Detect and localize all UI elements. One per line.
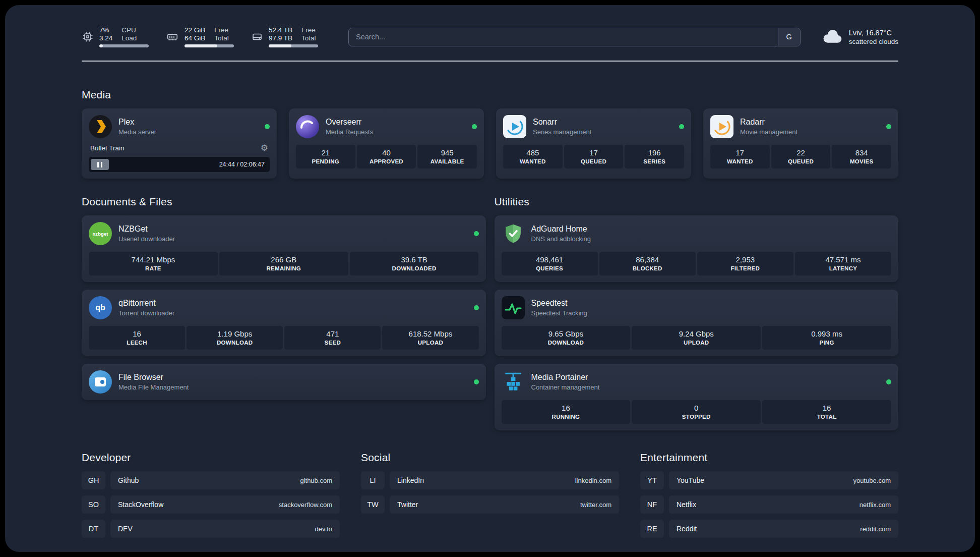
- bookmark-link[interactable]: Netflix netflix.com: [669, 495, 898, 514]
- app-name: qBittorrent: [118, 299, 174, 308]
- section-documents-files: Documents & Files nzbget NZBGet Usenet d…: [82, 196, 486, 400]
- bookmark-abbr[interactable]: DT: [82, 520, 105, 538]
- app-card-portainer[interactable]: Media Portainer Container management 16R…: [495, 364, 899, 430]
- bookmark-link[interactable]: LinkedIn linkedin.com: [390, 471, 619, 489]
- stat: 196SERIES: [625, 145, 684, 169]
- bookmark-abbr[interactable]: LI: [361, 471, 385, 489]
- bookmark-abbr[interactable]: SO: [82, 495, 105, 514]
- cpu-load-value: 3.24: [99, 34, 112, 42]
- status-dot: [679, 124, 684, 129]
- app-subtitle: Media server: [118, 128, 156, 136]
- stat: 17QUEUED: [564, 145, 624, 169]
- stat: 16RUNNING: [502, 400, 631, 424]
- pause-button[interactable]: [91, 159, 109, 170]
- stat: 16TOTAL: [762, 400, 891, 424]
- stat: 39.6 TBDOWNLOADED: [350, 252, 479, 275]
- stat: 945AVAILABLE: [417, 145, 477, 169]
- portainer-icon: [502, 370, 525, 394]
- cpu-usage-bar: [99, 44, 149, 47]
- status-dot: [474, 305, 479, 310]
- app-subtitle: Usenet downloader: [118, 235, 175, 243]
- stat: 266 GBREMAINING: [219, 252, 348, 275]
- stat: 9.24 GbpsUPLOAD: [632, 326, 761, 350]
- ram-icon: [166, 31, 179, 43]
- stat: 485WANTED: [503, 145, 563, 169]
- app-card-overseerr[interactable]: Overseerr Media Requests 21PENDING 40APP…: [289, 108, 484, 179]
- app-card-filebrowser[interactable]: File Browser Media File Management: [82, 364, 486, 400]
- weather-condition: scattered clouds: [849, 38, 898, 45]
- disk-label-1: Free: [301, 26, 316, 34]
- stat: 21PENDING: [296, 145, 355, 169]
- nzbget-icon: nzbget: [89, 222, 112, 245]
- app-card-nzbget[interactable]: nzbget NZBGet Usenet downloader 744.21 M…: [82, 215, 486, 282]
- stat: 16LEECH: [89, 326, 185, 350]
- app-card-adguard[interactable]: AdGuard Home DNS and adblocking 498,461Q…: [495, 215, 899, 282]
- gear-icon[interactable]: ⚙: [261, 144, 268, 152]
- bookmark-link[interactable]: Twitter twitter.com: [390, 495, 619, 514]
- bookmark-link[interactable]: StackOverflow stackoverflow.com: [110, 495, 340, 514]
- app-card-radarr[interactable]: Radarr Movie management 17WANTED 22QUEUE…: [703, 108, 898, 179]
- bookmark-abbr[interactable]: GH: [82, 471, 105, 489]
- dashboard-content: 7% CPU 3.24 Load 22 GiB Free 64 G: [82, 5, 898, 552]
- app-subtitle: Media File Management: [118, 383, 189, 391]
- cpu-label-1: CPU: [121, 26, 137, 34]
- search-bar[interactable]: G: [348, 28, 801, 46]
- section-media: Media Plex Media server: [82, 89, 898, 179]
- app-name: Radarr: [740, 118, 798, 127]
- app-subtitle: Media Requests: [326, 128, 373, 136]
- cpu-usage-value: 7%: [99, 26, 112, 34]
- stat: 1.19 GbpsDOWNLOAD: [187, 326, 283, 350]
- app-subtitle: Speedtest Tracking: [531, 309, 587, 317]
- stat: 618.52 MbpsUPLOAD: [382, 326, 478, 350]
- bookmark-link[interactable]: Github github.com: [110, 471, 340, 489]
- search-input[interactable]: [349, 28, 778, 46]
- status-dot: [472, 124, 477, 129]
- app-card-plex[interactable]: Plex Media server Bullet Train ⚙ 24:44 /…: [82, 108, 277, 179]
- app-name: Overseerr: [326, 118, 373, 127]
- app-subtitle: DNS and adblocking: [531, 235, 591, 243]
- app-card-sonarr[interactable]: Sonarr Series management 485WANTED 17QUE…: [496, 108, 691, 179]
- disk-usage-bar: [269, 44, 318, 47]
- ram-free-value: 22 GiB: [185, 26, 205, 34]
- status-dot: [265, 124, 270, 129]
- media-heading: Media: [82, 89, 898, 101]
- bookmark-row-reddit: RE Reddit reddit.com: [640, 520, 898, 538]
- bookmark-abbr[interactable]: RE: [640, 520, 664, 538]
- status-dot: [474, 231, 479, 236]
- app-subtitle: Movie management: [740, 128, 798, 136]
- app-name: File Browser: [118, 373, 189, 382]
- sonarr-icon: [503, 115, 526, 138]
- overseerr-icon: [296, 115, 319, 138]
- bookmark-link[interactable]: DEV dev.to: [110, 520, 340, 538]
- bookmark-abbr[interactable]: NF: [640, 495, 664, 514]
- section-utilities: Utilities AdGuard Home DNS and adblockin…: [495, 196, 899, 430]
- app-name: Plex: [118, 118, 156, 127]
- app-card-qbittorrent[interactable]: qb qBittorrent Torrent downloader 16LEEC…: [82, 290, 486, 356]
- cpu-icon: [82, 31, 94, 43]
- bookmark-abbr[interactable]: TW: [361, 495, 385, 514]
- stat: 834MOVIES: [832, 145, 891, 169]
- bookmark-abbr[interactable]: YT: [640, 471, 664, 489]
- ram-total-value: 64 GiB: [185, 34, 205, 42]
- developer-heading: Developer: [82, 452, 340, 464]
- search-engine-button[interactable]: G: [778, 28, 800, 46]
- app-name: Speedtest: [531, 299, 587, 308]
- stat: 86,384BLOCKED: [599, 252, 696, 275]
- app-card-speedtest[interactable]: Speedtest Speedtest Tracking 9.65 GbpsDO…: [495, 290, 899, 356]
- stat: 498,461QUERIES: [502, 252, 598, 275]
- dashboard-window: 7% CPU 3.24 Load 22 GiB Free 64 G: [5, 5, 975, 552]
- section-developer: Developer GH Github github.com SO StackO…: [82, 452, 340, 538]
- bookmark-row-dev: DT DEV dev.to: [82, 520, 340, 538]
- stat: 47.571 msLATENCY: [795, 252, 891, 275]
- ram-usage-bar: [185, 44, 234, 47]
- bookmark-link[interactable]: Reddit reddit.com: [669, 520, 898, 538]
- disk-metric: 52.4 TB Free 97.9 TB Total: [251, 26, 318, 47]
- now-playing-title: Bullet Train: [90, 144, 125, 152]
- radarr-icon: [710, 115, 733, 138]
- stat: 471SEED: [284, 326, 381, 350]
- cpu-label-2: Load: [121, 34, 137, 42]
- top-bar: 7% CPU 3.24 Load 22 GiB Free 64 G: [82, 26, 898, 47]
- bookmark-link[interactable]: YouTube youtube.com: [669, 471, 898, 489]
- app-name: AdGuard Home: [531, 225, 591, 234]
- bookmark-row-github: GH Github github.com: [82, 471, 340, 489]
